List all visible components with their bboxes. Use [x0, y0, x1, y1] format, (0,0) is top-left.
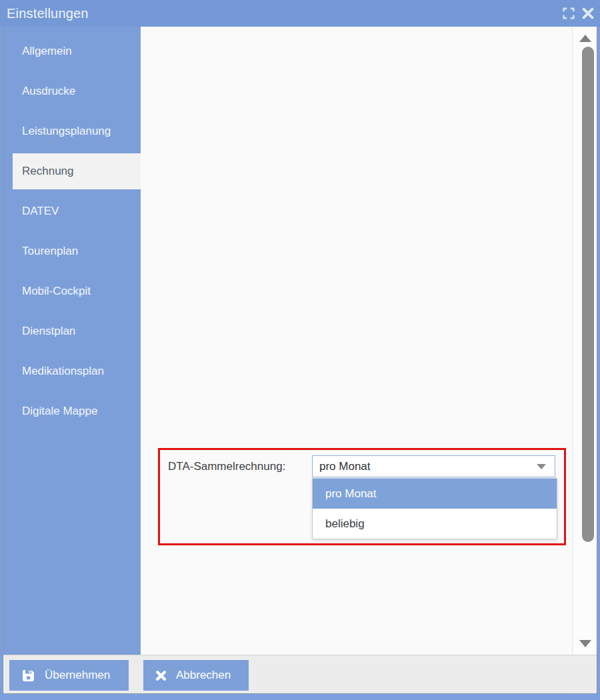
- sidebar-item-rechnung[interactable]: Rechnung: [13, 153, 141, 189]
- dta-sammelrechnung-dropdown-list: pro Monat beliebig: [312, 478, 557, 539]
- window-border-inner-bottom: [3, 693, 597, 694]
- window-border-inner-right: [597, 27, 597, 694]
- sidebar-item-medikationsplan[interactable]: Medikationsplan: [13, 353, 141, 389]
- sidebar-item-allgemein[interactable]: Allgemein: [13, 33, 141, 69]
- sidebar-item-digitale-mappe[interactable]: Digitale Mappe: [13, 393, 141, 429]
- sidebar-item-datev[interactable]: DATEV: [13, 193, 141, 229]
- window-border-inner-left: [3, 27, 3, 694]
- close-icon[interactable]: [581, 6, 595, 21]
- chevron-down-icon: [537, 464, 546, 469]
- settings-dialog: Allgemein Freigabe d. Rechnung: nicht ak…: [0, 0, 600, 700]
- apply-button[interactable]: Übernehmen: [9, 660, 129, 691]
- sidebar-item-mobil-cockpit[interactable]: Mobil-Cockpit: [13, 273, 141, 309]
- dialog-footer: Übernehmen Abbrechen: [3, 655, 597, 693]
- save-icon: [21, 669, 35, 683]
- cancel-button-label: Abbrechen: [176, 669, 231, 682]
- vertical-scrollbar[interactable]: [572, 27, 597, 655]
- window-border-bottom: [0, 694, 600, 700]
- select-value: pro Monat: [313, 460, 371, 473]
- dropdown-option-pro-monat[interactable]: pro Monat: [313, 479, 557, 509]
- cancel-button[interactable]: Abbrechen: [143, 660, 249, 691]
- sidebar-item-ausdrucke[interactable]: Ausdrucke: [13, 73, 141, 109]
- dta-sammelrechnung-select[interactable]: pro Monat: [312, 455, 555, 477]
- dropdown-option-beliebig[interactable]: beliebig: [313, 509, 557, 539]
- dialog-titlebar: Einstellungen: [0, 0, 600, 27]
- dialog-title: Einstellungen: [0, 6, 89, 21]
- settings-content-pane: [141, 27, 572, 655]
- scroll-down-arrow-icon[interactable]: [579, 640, 591, 647]
- sidebar-item-dienstplan[interactable]: Dienstplan: [13, 313, 141, 349]
- sidebar-item-tourenplan[interactable]: Tourenplan: [13, 233, 141, 269]
- scrollbar-thumb[interactable]: [582, 47, 594, 542]
- field-label: DTA-Sammelrechnung:: [168, 460, 312, 473]
- sidebar-item-leistungsplanung[interactable]: Leistungsplanung: [13, 113, 141, 149]
- form-row: DTA-Sammelrechnung: pro Monat: [168, 455, 555, 477]
- scroll-up-arrow-icon[interactable]: [579, 35, 591, 42]
- apply-button-label: Übernehmen: [45, 669, 110, 682]
- x-icon: [155, 670, 167, 681]
- maximize-icon[interactable]: [561, 6, 576, 21]
- window-border-right: [597, 27, 600, 700]
- settings-nav-sidebar: Allgemein Ausdrucke Leistungsplanung Rec…: [3, 27, 141, 655]
